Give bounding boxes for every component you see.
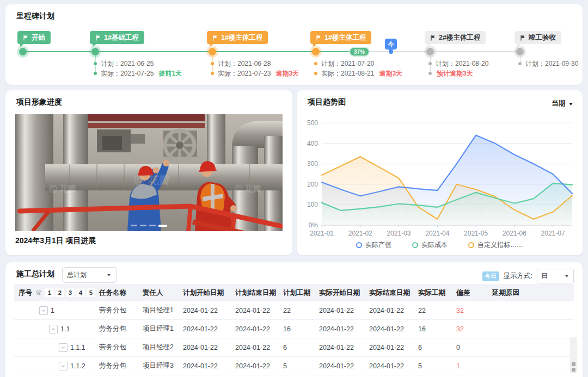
today-dot-icon: [389, 50, 393, 54]
flag-icon: [430, 35, 436, 41]
row-id: 1.1: [60, 325, 70, 333]
row-id: 1: [51, 307, 54, 314]
flag-icon: [23, 35, 29, 41]
cell-task: 劳务分包: [95, 361, 138, 370]
milestone-badge[interactable]: 1#楼主体工程: [310, 31, 371, 44]
cell-actual-end: 2024-01-22: [365, 307, 414, 314]
milestone-details: 计划：2021-08-20预计逾期3天: [428, 59, 488, 78]
milestone-date-text: 计划：2021-07-20: [321, 59, 374, 69]
period-select-value: 当期: [552, 99, 565, 108]
milestone-date-text: 计划：2021-09-30: [525, 59, 578, 69]
milestone-badge[interactable]: 开始: [17, 31, 51, 44]
cell-actual-end: 2024-01-22: [365, 362, 414, 370]
bullet-dot-icon: [518, 62, 522, 65]
flag-icon: [95, 35, 101, 41]
column-header: 实际开始日期: [315, 288, 365, 298]
table-row[interactable]: 1.1劳务分包项目经理12024-01-222024-01-22162024-0…: [14, 320, 574, 338]
progress-photo-carousel[interactable]: Ⓒ 花瓣 Ⓒ 花瓣 Ⓒ 花瓣: [15, 114, 283, 231]
level-button[interactable]: 4: [76, 288, 85, 297]
badge-tail: [313, 44, 317, 47]
legend-label: 自定义指标……: [477, 240, 523, 250]
cell-actual-end: 2024-01-22: [365, 344, 414, 351]
svg-text:2021-05: 2021-05: [464, 230, 488, 237]
milestone-detail-row: 实际：2021-07-23逾期3天: [211, 69, 299, 78]
milestone-node[interactable]: [516, 48, 524, 55]
carousel-indicators: [15, 225, 283, 227]
row-id: 1.1.1: [70, 344, 85, 351]
progress-percent-badge: 37%: [349, 47, 370, 57]
floating-widget-icon: [572, 368, 575, 372]
column-header: 计划开始日期: [179, 288, 231, 298]
milestone-node[interactable]: [209, 48, 216, 55]
display-mode-value: 日: [541, 271, 548, 281]
cell-plan-days: 22: [279, 307, 315, 314]
level-button[interactable]: 1: [45, 288, 54, 297]
bullet-dot-icon: [428, 62, 432, 65]
level-button[interactable]: 5: [87, 288, 95, 297]
expand-row-icon[interactable]: [49, 325, 58, 333]
chevron-down-icon: ▼: [568, 101, 574, 107]
legend-item[interactable]: 实际产值: [356, 240, 391, 250]
milestone-node[interactable]: [312, 48, 320, 55]
table-controls: 今日 显示方式: 日 ▼: [482, 269, 574, 283]
carousel-dot[interactable]: [149, 225, 156, 226]
milestone-node[interactable]: [91, 48, 99, 55]
display-mode-select[interactable]: 日 ▼: [537, 269, 574, 283]
milestone-badge[interactable]: 1#基础工程: [90, 31, 144, 44]
expand-row-icon[interactable]: [59, 343, 68, 352]
bullet-dot-icon: [428, 72, 432, 75]
today-badge[interactable]: 今日: [482, 271, 499, 281]
construction-plan-title: 施工总计划: [16, 269, 54, 279]
today-bubble: 今: [385, 39, 397, 50]
expand-row-icon[interactable]: [39, 306, 48, 315]
milestone-node[interactable]: [19, 48, 27, 55]
table-row[interactable]: 1.1.2劳务分包项目经理32024-01-222024-01-2252024-…: [14, 357, 574, 375]
milestone-badge[interactable]: 2#楼主体工程: [425, 31, 486, 44]
milestone-detail-row: 计划：2021-07-20: [314, 59, 402, 69]
project-progress-title: 项目形象进度: [16, 97, 62, 107]
timeline-line-completed: [23, 51, 350, 52]
carousel-dot[interactable]: [131, 225, 137, 226]
carousel-dot[interactable]: [158, 225, 167, 227]
bullet-dot-icon: [94, 62, 97, 65]
milestone-node[interactable]: [426, 48, 434, 55]
floating-widget[interactable]: [570, 337, 577, 373]
period-select[interactable]: 当期 ▼: [552, 99, 574, 108]
site-photo-illustration: Ⓒ 花瓣 Ⓒ 花瓣 Ⓒ 花瓣: [15, 114, 283, 231]
flag-icon: [212, 35, 218, 41]
cell-task: 劳务分包: [95, 343, 138, 352]
svg-text:Ⓒ 花瓣: Ⓒ 花瓣: [49, 184, 76, 193]
bullet-dot-icon: [94, 72, 97, 75]
milestone-date-text: 预计逾期3天: [437, 69, 473, 78]
cell-plan-start: 2024-01-22: [179, 362, 231, 370]
milestone-date-text: 计划：2021-08-20: [436, 59, 488, 69]
milestone-badge[interactable]: 1#楼主体工程: [207, 31, 268, 44]
expand-row-icon[interactable]: [59, 362, 68, 370]
level-button[interactable]: 2: [56, 288, 64, 297]
legend-item[interactable]: 实际成本: [412, 240, 448, 250]
table-row[interactable]: 1劳务分包项目经理12024-01-222024-01-22222024-01-…: [14, 301, 574, 320]
milestone-details: 计划：2021-09-30: [518, 59, 578, 69]
svg-text:500: 500: [307, 119, 318, 127]
milestone-name: 开始: [32, 33, 45, 42]
table-row[interactable]: 1.1.1劳务分包项目经理22024-01-222024-01-2262024-…: [14, 338, 574, 357]
cell-actual-days: 22: [414, 307, 452, 314]
plan-type-select[interactable]: 总计划 ▼: [62, 267, 117, 283]
svg-text:Ⓒ 花瓣: Ⓒ 花瓣: [134, 174, 170, 186]
svg-text:100: 100: [307, 201, 318, 208]
cell-plan-start: 2024-01-22: [179, 344, 231, 351]
cell-actual-start: 2024-01-22: [315, 362, 365, 370]
level-button[interactable]: 3: [66, 288, 75, 297]
badge-tail: [210, 44, 214, 47]
floating-widget-icon: [572, 362, 575, 366]
column-header: 延期原因: [488, 288, 574, 298]
milestone-name: 1#楼主体工程: [324, 33, 366, 42]
svg-text:2021-04: 2021-04: [425, 230, 449, 237]
cell-plan-end: 2024-01-22: [231, 362, 279, 370]
carousel-dot[interactable]: [140, 225, 146, 226]
cell-actual-days: 16: [414, 325, 452, 333]
milestone-badge[interactable]: 竣工验收: [514, 31, 561, 44]
milestone-plan-title: 里程碑计划: [16, 11, 54, 21]
legend-item[interactable]: 自定义指标……: [468, 240, 523, 250]
cell-actual-start: 2024-01-22: [315, 307, 365, 314]
